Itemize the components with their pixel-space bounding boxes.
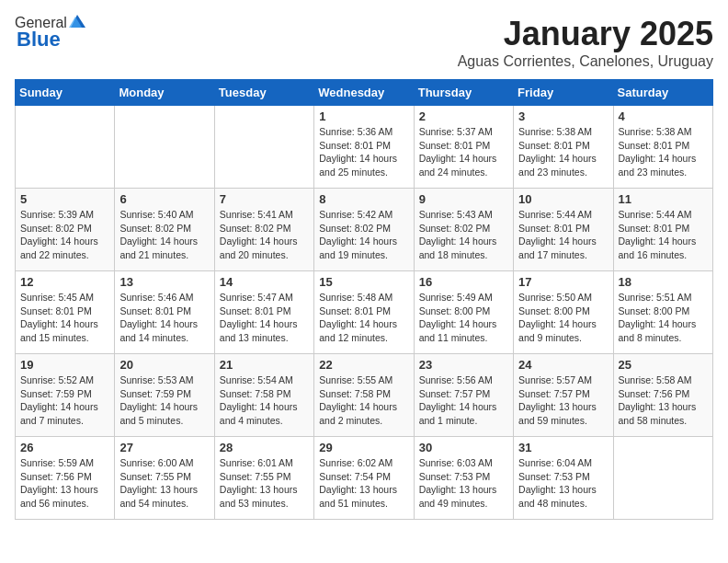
day-number: 26 [20, 441, 109, 454]
day-number: 7 [220, 192, 309, 206]
calendar-day-cell: 18Sunrise: 5:51 AM Sunset: 8:00 PM Dayli… [613, 271, 712, 354]
calendar-day-cell: 21Sunrise: 5:54 AM Sunset: 7:58 PM Dayli… [214, 354, 313, 437]
day-number: 5 [20, 192, 109, 206]
calendar-day-cell: 14Sunrise: 5:47 AM Sunset: 8:01 PM Dayli… [214, 271, 313, 354]
calendar-day-cell: 25Sunrise: 5:58 AM Sunset: 7:56 PM Dayli… [613, 354, 712, 437]
day-number: 29 [319, 441, 408, 454]
day-number: 12 [20, 275, 109, 289]
calendar-day-cell: 10Sunrise: 5:44 AM Sunset: 8:01 PM Dayli… [514, 189, 613, 271]
logo: General Blue [15, 15, 85, 52]
calendar-week-row: 26Sunrise: 5:59 AM Sunset: 7:56 PM Dayli… [16, 437, 713, 520]
day-info: Sunrise: 5:45 AM Sunset: 8:01 PM Dayligh… [20, 291, 109, 345]
weekday-header: Wednesday [314, 80, 414, 106]
calendar-day-cell: 6Sunrise: 5:40 AM Sunset: 8:02 PM Daylig… [115, 189, 214, 271]
calendar-day-cell: 16Sunrise: 5:49 AM Sunset: 8:00 PM Dayli… [414, 271, 513, 354]
day-number: 28 [220, 441, 309, 454]
calendar-day-cell: 26Sunrise: 5:59 AM Sunset: 7:56 PM Dayli… [16, 437, 115, 520]
day-number: 21 [220, 358, 309, 372]
calendar-day-cell: 17Sunrise: 5:50 AM Sunset: 8:00 PM Dayli… [514, 271, 613, 354]
day-number: 20 [119, 358, 209, 372]
day-info: Sunrise: 5:40 AM Sunset: 8:02 PM Dayligh… [119, 208, 209, 262]
day-number: 16 [419, 275, 508, 289]
day-number: 9 [419, 192, 508, 206]
calendar-week-row: 1Sunrise: 5:36 AM Sunset: 8:01 PM Daylig… [16, 106, 713, 189]
weekday-header: Saturday [613, 80, 712, 106]
day-info: Sunrise: 5:46 AM Sunset: 8:01 PM Dayligh… [119, 291, 209, 345]
calendar-day-cell: 8Sunrise: 5:42 AM Sunset: 8:02 PM Daylig… [314, 189, 414, 271]
day-number: 11 [619, 192, 708, 206]
weekday-header: Sunday [16, 80, 115, 106]
day-number: 22 [319, 358, 408, 372]
day-info: Sunrise: 5:57 AM Sunset: 7:57 PM Dayligh… [518, 373, 608, 428]
calendar-day-cell: 24Sunrise: 5:57 AM Sunset: 7:57 PM Dayli… [514, 354, 613, 437]
day-info: Sunrise: 5:38 AM Sunset: 8:01 PM Dayligh… [518, 125, 608, 179]
day-number: 10 [518, 192, 608, 206]
calendar-day-cell: 27Sunrise: 6:00 AM Sunset: 7:55 PM Dayli… [115, 437, 214, 520]
page-header: General Blue January 2025 Aguas Corrient… [15, 15, 713, 70]
day-info: Sunrise: 5:51 AM Sunset: 8:00 PM Dayligh… [619, 291, 708, 345]
day-info: Sunrise: 5:36 AM Sunset: 8:01 PM Dayligh… [319, 125, 408, 179]
calendar-day-cell: 9Sunrise: 5:43 AM Sunset: 8:02 PM Daylig… [414, 189, 513, 271]
logo-blue-text: Blue [17, 28, 61, 52]
calendar-day-cell: 28Sunrise: 6:01 AM Sunset: 7:55 PM Dayli… [214, 437, 313, 520]
day-number: 13 [119, 275, 209, 289]
day-info: Sunrise: 5:58 AM Sunset: 7:56 PM Dayligh… [619, 373, 708, 428]
day-info: Sunrise: 6:01 AM Sunset: 7:55 PM Dayligh… [220, 456, 309, 511]
weekday-header: Thursday [414, 80, 513, 106]
calendar-day-cell: 3Sunrise: 5:38 AM Sunset: 8:01 PM Daylig… [514, 106, 613, 189]
day-info: Sunrise: 5:49 AM Sunset: 8:00 PM Dayligh… [419, 291, 508, 345]
day-info: Sunrise: 5:59 AM Sunset: 7:56 PM Dayligh… [20, 456, 109, 511]
calendar-header-row: SundayMondayTuesdayWednesdayThursdayFrid… [16, 80, 713, 106]
calendar-day-cell: 15Sunrise: 5:48 AM Sunset: 8:01 PM Dayli… [314, 271, 414, 354]
day-info: Sunrise: 6:04 AM Sunset: 7:53 PM Dayligh… [518, 456, 608, 511]
day-number: 23 [419, 358, 508, 372]
day-info: Sunrise: 6:00 AM Sunset: 7:55 PM Dayligh… [119, 456, 209, 511]
location-subtitle: Aguas Corrientes, Canelones, Uruguay [458, 53, 713, 70]
calendar-day-cell: 5Sunrise: 5:39 AM Sunset: 8:02 PM Daylig… [16, 189, 115, 271]
day-info: Sunrise: 5:44 AM Sunset: 8:01 PM Dayligh… [619, 208, 708, 262]
calendar-day-cell: 19Sunrise: 5:52 AM Sunset: 7:59 PM Dayli… [16, 354, 115, 437]
day-info: Sunrise: 5:38 AM Sunset: 8:01 PM Dayligh… [619, 125, 708, 179]
title-block: January 2025 Aguas Corrientes, Canelones… [458, 15, 713, 70]
day-number: 17 [518, 275, 608, 289]
day-info: Sunrise: 5:55 AM Sunset: 7:58 PM Dayligh… [319, 373, 408, 428]
day-number: 24 [518, 358, 608, 372]
day-number: 1 [319, 109, 408, 123]
calendar-day-cell [16, 106, 115, 189]
day-info: Sunrise: 5:53 AM Sunset: 7:59 PM Dayligh… [119, 373, 209, 428]
day-info: Sunrise: 5:44 AM Sunset: 8:01 PM Dayligh… [518, 208, 608, 262]
day-info: Sunrise: 5:56 AM Sunset: 7:57 PM Dayligh… [419, 373, 508, 428]
day-number: 30 [419, 441, 508, 454]
day-number: 18 [619, 275, 708, 289]
day-info: Sunrise: 5:50 AM Sunset: 8:00 PM Dayligh… [518, 291, 608, 345]
calendar-day-cell: 30Sunrise: 6:03 AM Sunset: 7:53 PM Dayli… [414, 437, 513, 520]
day-number: 27 [119, 441, 209, 454]
calendar-week-row: 12Sunrise: 5:45 AM Sunset: 8:01 PM Dayli… [16, 271, 713, 354]
weekday-header: Friday [514, 80, 613, 106]
day-number: 31 [518, 441, 608, 454]
calendar-day-cell [115, 106, 214, 189]
day-number: 6 [119, 192, 209, 206]
day-info: Sunrise: 5:41 AM Sunset: 8:02 PM Dayligh… [220, 208, 309, 262]
logo-icon [69, 15, 85, 28]
day-info: Sunrise: 5:37 AM Sunset: 8:01 PM Dayligh… [419, 125, 508, 179]
calendar-day-cell: 22Sunrise: 5:55 AM Sunset: 7:58 PM Dayli… [314, 354, 414, 437]
day-number: 19 [20, 358, 109, 372]
day-info: Sunrise: 5:42 AM Sunset: 8:02 PM Dayligh… [319, 208, 408, 262]
day-info: Sunrise: 6:02 AM Sunset: 7:54 PM Dayligh… [319, 456, 408, 511]
day-info: Sunrise: 6:03 AM Sunset: 7:53 PM Dayligh… [419, 456, 508, 511]
day-info: Sunrise: 5:52 AM Sunset: 7:59 PM Dayligh… [20, 373, 109, 428]
calendar-day-cell [613, 437, 712, 520]
calendar-day-cell: 20Sunrise: 5:53 AM Sunset: 7:59 PM Dayli… [115, 354, 214, 437]
day-info: Sunrise: 5:43 AM Sunset: 8:02 PM Dayligh… [419, 208, 508, 262]
calendar-week-row: 5Sunrise: 5:39 AM Sunset: 8:02 PM Daylig… [16, 189, 713, 271]
calendar-week-row: 19Sunrise: 5:52 AM Sunset: 7:59 PM Dayli… [16, 354, 713, 437]
day-info: Sunrise: 5:48 AM Sunset: 8:01 PM Dayligh… [319, 291, 408, 345]
calendar-day-cell [214, 106, 313, 189]
calendar-day-cell: 1Sunrise: 5:36 AM Sunset: 8:01 PM Daylig… [314, 106, 414, 189]
calendar-day-cell: 13Sunrise: 5:46 AM Sunset: 8:01 PM Dayli… [115, 271, 214, 354]
day-number: 14 [220, 275, 309, 289]
weekday-header: Monday [115, 80, 214, 106]
calendar-day-cell: 4Sunrise: 5:38 AM Sunset: 8:01 PM Daylig… [613, 106, 712, 189]
day-number: 3 [518, 109, 608, 123]
